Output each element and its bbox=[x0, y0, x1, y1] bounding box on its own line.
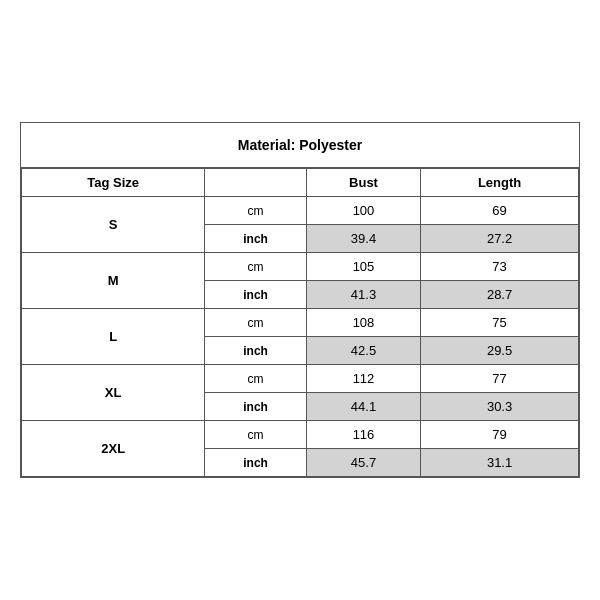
unit-inch: inch bbox=[205, 225, 307, 253]
bust-inch: 44.1 bbox=[306, 393, 420, 421]
table-row: 2XLcm11679 bbox=[22, 421, 579, 449]
tag-size-header: Tag Size bbox=[22, 169, 205, 197]
length-inch: 29.5 bbox=[421, 337, 579, 365]
table-row: Lcm10875 bbox=[22, 309, 579, 337]
length-cm: 77 bbox=[421, 365, 579, 393]
length-inch: 31.1 bbox=[421, 449, 579, 477]
bust-inch: 45.7 bbox=[306, 449, 420, 477]
size-table: Tag Size Bust Length Scm10069inch39.427.… bbox=[21, 168, 579, 477]
bust-header: Bust bbox=[306, 169, 420, 197]
bust-cm: 112 bbox=[306, 365, 420, 393]
bust-inch: 42.5 bbox=[306, 337, 420, 365]
length-inch: 30.3 bbox=[421, 393, 579, 421]
length-inch: 28.7 bbox=[421, 281, 579, 309]
unit-cm: cm bbox=[205, 309, 307, 337]
header-row: Tag Size Bust Length bbox=[22, 169, 579, 197]
title-text: Material: Polyester bbox=[238, 137, 363, 153]
length-cm: 75 bbox=[421, 309, 579, 337]
size-chart-container: Material: Polyester Tag Size Bust Length… bbox=[20, 122, 580, 478]
unit-cm: cm bbox=[205, 421, 307, 449]
unit-cm: cm bbox=[205, 253, 307, 281]
unit-header bbox=[205, 169, 307, 197]
bust-inch: 41.3 bbox=[306, 281, 420, 309]
unit-inch: inch bbox=[205, 281, 307, 309]
length-cm: 73 bbox=[421, 253, 579, 281]
table-row: Mcm10573 bbox=[22, 253, 579, 281]
table-row: Scm10069 bbox=[22, 197, 579, 225]
tag-size-cell: M bbox=[22, 253, 205, 309]
length-cm: 79 bbox=[421, 421, 579, 449]
bust-cm: 108 bbox=[306, 309, 420, 337]
chart-title: Material: Polyester bbox=[21, 123, 579, 168]
table-row: XLcm11277 bbox=[22, 365, 579, 393]
tag-size-cell: S bbox=[22, 197, 205, 253]
unit-cm: cm bbox=[205, 365, 307, 393]
tag-size-cell: XL bbox=[22, 365, 205, 421]
bust-cm: 100 bbox=[306, 197, 420, 225]
unit-inch: inch bbox=[205, 393, 307, 421]
length-cm: 69 bbox=[421, 197, 579, 225]
tag-size-cell: 2XL bbox=[22, 421, 205, 477]
bust-cm: 105 bbox=[306, 253, 420, 281]
unit-cm: cm bbox=[205, 197, 307, 225]
length-header: Length bbox=[421, 169, 579, 197]
tag-size-cell: L bbox=[22, 309, 205, 365]
unit-inch: inch bbox=[205, 337, 307, 365]
bust-inch: 39.4 bbox=[306, 225, 420, 253]
bust-cm: 116 bbox=[306, 421, 420, 449]
length-inch: 27.2 bbox=[421, 225, 579, 253]
unit-inch: inch bbox=[205, 449, 307, 477]
